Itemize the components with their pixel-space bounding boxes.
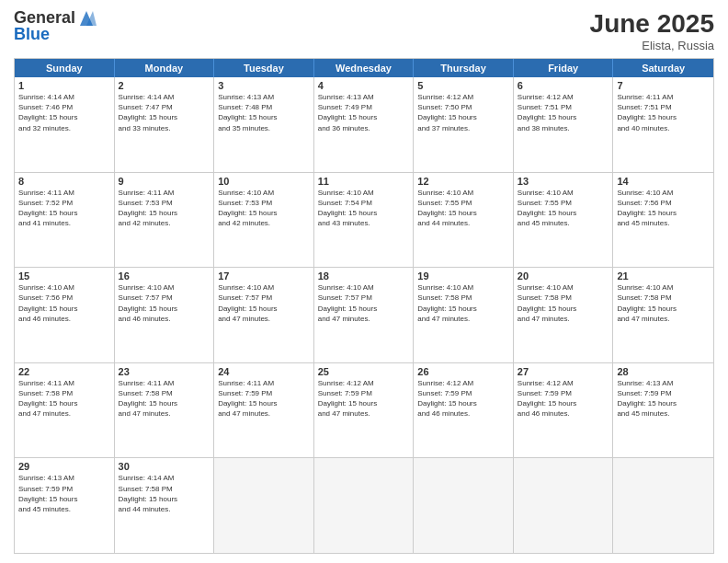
day-15: 15 Sunrise: 4:10 AMSunset: 7:56 PMDaylig… bbox=[15, 268, 115, 362]
day-26: 26 Sunrise: 4:12 AMSunset: 7:59 PMDaylig… bbox=[414, 363, 514, 458]
empty-cell-3 bbox=[414, 458, 514, 553]
logo-blue: Blue bbox=[14, 26, 97, 44]
day-19: 19 Sunrise: 4:10 AMSunset: 7:58 PMDaylig… bbox=[414, 268, 514, 362]
header-saturday: Saturday bbox=[613, 59, 713, 77]
header-sunday: Sunday bbox=[15, 59, 115, 77]
header: General Blue June 2025 Elista, Russia bbox=[14, 9, 714, 52]
day-23: 23 Sunrise: 4:11 AMSunset: 7:58 PMDaylig… bbox=[115, 363, 215, 458]
header-friday: Friday bbox=[514, 59, 614, 77]
location-subtitle: Elista, Russia bbox=[590, 39, 714, 52]
empty-cell-5 bbox=[613, 458, 713, 553]
day-28: 28 Sunrise: 4:13 AMSunset: 7:59 PMDaylig… bbox=[613, 363, 713, 458]
day-24: 24 Sunrise: 4:11 AMSunset: 7:59 PMDaylig… bbox=[214, 363, 314, 458]
day-6: 6 Sunrise: 4:12 AMSunset: 7:51 PMDayligh… bbox=[514, 77, 614, 172]
day-22: 22 Sunrise: 4:11 AMSunset: 7:58 PMDaylig… bbox=[15, 363, 115, 458]
day-30: 30 Sunrise: 4:14 AMSunset: 7:58 PMDaylig… bbox=[115, 458, 215, 553]
day-16: 16 Sunrise: 4:10 AMSunset: 7:57 PMDaylig… bbox=[115, 268, 215, 362]
header-monday: Monday bbox=[115, 59, 215, 77]
day-9: 9 Sunrise: 4:11 AMSunset: 7:53 PMDayligh… bbox=[115, 173, 215, 268]
day-12: 12 Sunrise: 4:10 AMSunset: 7:55 PMDaylig… bbox=[414, 173, 514, 268]
day-1: 1 Sunrise: 4:14 AMSunset: 7:46 PMDayligh… bbox=[15, 77, 115, 172]
day-27: 27 Sunrise: 4:12 AMSunset: 7:59 PMDaylig… bbox=[514, 363, 614, 458]
day-8: 8 Sunrise: 4:11 AMSunset: 7:52 PMDayligh… bbox=[15, 173, 115, 268]
week-row-1: 1 Sunrise: 4:14 AMSunset: 7:46 PMDayligh… bbox=[15, 77, 713, 173]
day-17: 17 Sunrise: 4:10 AMSunset: 7:57 PMDaylig… bbox=[214, 268, 314, 362]
logo-icon bbox=[76, 9, 97, 28]
calendar: Sunday Monday Tuesday Wednesday Thursday… bbox=[14, 58, 714, 554]
week-row-3: 15 Sunrise: 4:10 AMSunset: 7:56 PMDaylig… bbox=[15, 268, 713, 363]
empty-cell-1 bbox=[214, 458, 314, 553]
day-25: 25 Sunrise: 4:12 AMSunset: 7:59 PMDaylig… bbox=[314, 363, 415, 458]
header-wednesday: Wednesday bbox=[314, 59, 415, 77]
week-row-4: 22 Sunrise: 4:11 AMSunset: 7:58 PMDaylig… bbox=[15, 363, 713, 459]
day-5: 5 Sunrise: 4:12 AMSunset: 7:50 PMDayligh… bbox=[414, 77, 514, 172]
day-10: 10 Sunrise: 4:10 AMSunset: 7:53 PMDaylig… bbox=[214, 173, 314, 268]
logo: General Blue bbox=[14, 9, 97, 44]
calendar-body: 1 Sunrise: 4:14 AMSunset: 7:46 PMDayligh… bbox=[15, 77, 713, 553]
day-14: 14 Sunrise: 4:10 AMSunset: 7:56 PMDaylig… bbox=[613, 173, 713, 268]
day-29: 29 Sunrise: 4:13 AMSunset: 7:59 PMDaylig… bbox=[15, 458, 115, 553]
month-title: June 2025 bbox=[590, 9, 714, 39]
header-tuesday: Tuesday bbox=[214, 59, 314, 77]
week-row-2: 8 Sunrise: 4:11 AMSunset: 7:52 PMDayligh… bbox=[15, 173, 713, 269]
empty-cell-4 bbox=[514, 458, 614, 553]
day-2: 2 Sunrise: 4:14 AMSunset: 7:47 PMDayligh… bbox=[115, 77, 215, 172]
day-21: 21 Sunrise: 4:10 AMSunset: 7:58 PMDaylig… bbox=[613, 268, 713, 362]
day-13: 13 Sunrise: 4:10 AMSunset: 7:55 PMDaylig… bbox=[514, 173, 614, 268]
day-7: 7 Sunrise: 4:11 AMSunset: 7:51 PMDayligh… bbox=[613, 77, 713, 172]
header-thursday: Thursday bbox=[414, 59, 514, 77]
title-block: June 2025 Elista, Russia bbox=[590, 9, 714, 52]
day-4: 4 Sunrise: 4:13 AMSunset: 7:49 PMDayligh… bbox=[314, 77, 415, 172]
day-20: 20 Sunrise: 4:10 AMSunset: 7:58 PMDaylig… bbox=[514, 268, 614, 362]
week-row-5: 29 Sunrise: 4:13 AMSunset: 7:59 PMDaylig… bbox=[15, 458, 713, 553]
day-3: 3 Sunrise: 4:13 AMSunset: 7:48 PMDayligh… bbox=[214, 77, 314, 172]
empty-cell-2 bbox=[314, 458, 415, 553]
day-18: 18 Sunrise: 4:10 AMSunset: 7:57 PMDaylig… bbox=[314, 268, 415, 362]
day-11: 11 Sunrise: 4:10 AMSunset: 7:54 PMDaylig… bbox=[314, 173, 415, 268]
calendar-header: Sunday Monday Tuesday Wednesday Thursday… bbox=[15, 59, 713, 77]
